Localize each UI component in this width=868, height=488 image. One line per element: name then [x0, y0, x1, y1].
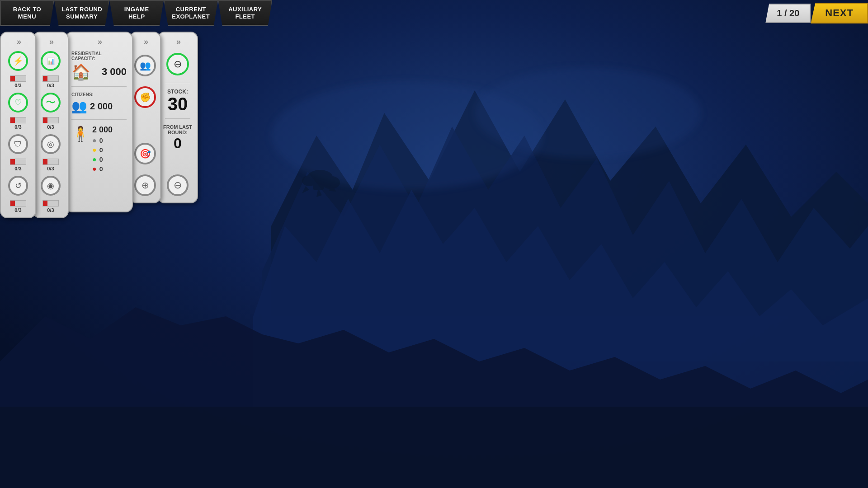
card1-slot2-icon: ♡ — [14, 98, 22, 108]
citizen-count-red: 0 — [99, 165, 103, 173]
card4-people-icon: 👥 — [140, 60, 151, 71]
next-button[interactable]: NEXT — [811, 3, 868, 23]
card3-divider1 — [71, 86, 127, 87]
card2-slot1-fill — [43, 76, 47, 81]
card2-slot1-bar — [42, 75, 59, 82]
card-3-residential: » RESIDENTIAL CAPACITY: 🏠 3 000 CITIZENS… — [65, 32, 133, 212]
card3-population-breakdown: 2 000 ● 0 ● 0 ● 0 ● — [92, 125, 127, 173]
card1-slot3-bar — [10, 159, 26, 165]
card1-slot3-ring[interactable]: 🛡 — [8, 134, 28, 154]
last-round-summary-button[interactable]: LAST ROUND SUMMARY — [54, 0, 109, 26]
card5-from-last-label: FROM LAST ROUND: — [163, 124, 192, 135]
nav-right: 1 / 20 NEXT — [765, 0, 868, 26]
house-icon: 🏠 — [71, 63, 90, 81]
auxiliary-fleet-button[interactable]: AUXILIARY FLEET — [218, 0, 272, 26]
citizen-item-gray: ● 0 — [92, 136, 127, 145]
card3-residential-value: 3 000 — [93, 66, 127, 78]
citizen-item-yellow: ● 0 — [92, 146, 127, 154]
card3-divider2 — [71, 119, 127, 120]
card2-slot3-fill — [43, 159, 47, 164]
citizen-count-yellow: 0 — [99, 146, 103, 154]
citizen-item-green: ● 0 — [92, 155, 127, 164]
card1-chevron: » — [17, 37, 19, 47]
card-1: » ⚡ 0/3 ♡ 0/3 🛡 0/3 — [0, 32, 36, 218]
card1-slot1-icon: ⚡ — [13, 56, 23, 66]
card5-divider2 — [165, 118, 190, 119]
card4-icon3[interactable]: 🎯 — [134, 143, 156, 164]
card1-slot4-stat: 0/3 — [10, 200, 26, 213]
card5-bottom-icon[interactable]: ⊖ — [167, 174, 189, 196]
citizen-count-gray: 0 — [99, 137, 103, 144]
card-2: » 📊 0/3 〜 0/3 ◎ 0/3 — [33, 32, 69, 218]
card1-slot3-icon: 🛡 — [14, 140, 22, 149]
page-indicator: 1 / 20 — [765, 4, 811, 23]
card4-target-icon: 🎯 — [140, 148, 151, 159]
citizen-dot-yellow: ● — [92, 146, 97, 154]
citizen-item-red: ● 0 — [92, 165, 127, 173]
card1-slot4-fill — [10, 201, 15, 206]
card1-slot3-label: 0/3 — [14, 166, 21, 171]
card2-slot3-bar — [42, 159, 59, 165]
card1-slot2-ring[interactable]: ♡ — [8, 93, 28, 113]
card4-icon4[interactable]: ⊕ — [134, 174, 156, 196]
card1-slot1-fill — [10, 76, 15, 81]
card3-citizens-row: 👥 2 000 — [71, 99, 127, 114]
citizen-dot-red: ● — [92, 165, 97, 173]
card1-slot2-bar — [10, 117, 26, 123]
current-exoplanet-button[interactable]: CURRENT EXOPLANET — [164, 0, 218, 26]
card3-population-section: 🧍 2 000 ● 0 ● 0 ● 0 — [71, 125, 127, 173]
citizens-icon: 👥 — [71, 99, 87, 114]
card1-slot4-label: 0/3 — [14, 207, 21, 213]
card2-slot3-label: 0/3 — [47, 166, 54, 171]
ingame-help-button[interactable]: INGAME HELP — [109, 0, 164, 26]
card4-icon2[interactable]: ✊ — [134, 86, 156, 108]
card2-slot1-ring[interactable]: 📊 — [41, 51, 61, 71]
card1-slot1-stat: 0/3 — [10, 75, 26, 88]
card2-slot2-bar — [42, 117, 59, 123]
card2-slot4-ring[interactable]: ◉ — [41, 176, 61, 196]
card2-slot3-stat: 0/3 — [42, 159, 59, 171]
svg-point-8 — [475, 68, 701, 158]
card5-ring-icon: ⊖ — [174, 58, 182, 70]
card2-slot2-stat: 0/3 — [42, 117, 59, 130]
card1-slot2-stat: 0/3 — [10, 117, 26, 130]
card1-slot1-label: 0/3 — [14, 83, 21, 88]
card1-slot4-icon: ↺ — [15, 181, 22, 191]
card3-citizen-list: ● 0 ● 0 ● 0 ● 0 — [92, 136, 127, 173]
card5-from-last-value: 0 — [163, 135, 192, 152]
card5-from-last-section: FROM LAST ROUND: 0 — [163, 124, 192, 152]
citizen-dot-gray: ● — [92, 136, 97, 145]
card1-slot2-fill — [10, 117, 15, 123]
card1-slot4-ring[interactable]: ↺ — [8, 176, 28, 196]
card3-residential-label: RESIDENTIAL CAPACITY: — [71, 51, 127, 61]
card2-slot4-stat: 0/3 — [42, 200, 59, 213]
card2-slot2-label: 0/3 — [47, 124, 54, 130]
card3-citizens-section: CITIZENS: 👥 2 000 — [71, 92, 127, 114]
card3-residential-section: RESIDENTIAL CAPACITY: 🏠 3 000 — [71, 51, 127, 81]
svg-rect-6 — [0, 407, 868, 488]
card5-divider1 — [165, 83, 190, 83]
card2-slot3-ring[interactable]: ◎ — [41, 134, 61, 154]
card4-fist-icon: ✊ — [140, 92, 151, 103]
card2-slot1-label: 0/3 — [47, 83, 54, 88]
card-4-actions: » 👥 ✊ 🎯 ⊕ — [129, 32, 161, 203]
card1-slot3-fill — [10, 159, 15, 164]
card1-slot2-label: 0/3 — [14, 124, 21, 130]
card3-citizens-label: CITIZENS: — [71, 92, 127, 97]
card5-chevron: » — [176, 37, 179, 47]
card1-slot3-stat: 0/3 — [10, 159, 26, 171]
card5-ring[interactable]: ⊖ — [166, 53, 189, 75]
card2-slot2-ring[interactable]: 〜 — [41, 93, 61, 113]
left-panel: » ⚡ 0/3 ♡ 0/3 🛡 0/3 — [0, 27, 198, 223]
card1-slot4-bar — [10, 200, 26, 206]
population-icon: 🧍 — [71, 125, 90, 142]
back-to-menu-button[interactable]: BACK TO MENU — [0, 0, 54, 26]
card2-slot4-icon: ◉ — [47, 181, 54, 191]
card4-icon1[interactable]: 👥 — [134, 55, 156, 76]
card5-stock-value: 30 — [167, 95, 188, 113]
card2-slot4-label: 0/3 — [47, 207, 54, 213]
top-nav: BACK TO MENU LAST ROUND SUMMARY INGAME H… — [0, 0, 868, 26]
card1-slot1-ring[interactable]: ⚡ — [8, 51, 28, 71]
card2-slot1-icon: 📊 — [47, 57, 55, 65]
card3-chevron: » — [98, 37, 100, 47]
